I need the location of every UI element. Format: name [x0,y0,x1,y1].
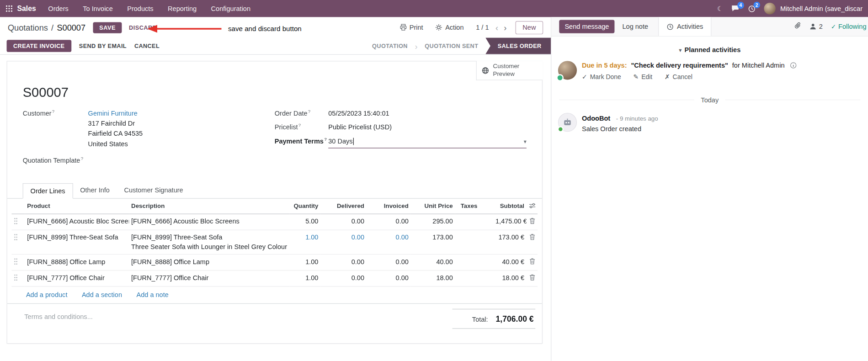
terms-placeholder[interactable]: Terms and conditions... [24,309,92,320]
drag-handle-icon[interactable] [11,214,25,230]
cell-quantity[interactable]: 1.00 [289,254,320,270]
order-date-value[interactable]: 05/25/2023 15:40:01 [328,109,389,118]
cell-taxes[interactable] [455,230,494,254]
x-icon: ✗ [665,72,670,81]
attachment-icon[interactable] [795,21,802,32]
message-timestamp: - 9 minutes ago [616,115,658,122]
payment-terms-input[interactable]: 30 Days ▾ [328,137,527,148]
cell-product[interactable]: [FURN_7777] Office Chair [25,271,129,287]
add-a-section-link[interactable]: Add a section [82,291,122,299]
user-name[interactable]: Mitchell Admin (save_discar [780,5,863,12]
action-button[interactable]: Action [435,23,463,31]
cancel-activity-button[interactable]: ✗Cancel [665,72,692,81]
delete-row-icon[interactable] [527,254,538,270]
cell-invoiced[interactable]: 0.00 [367,254,411,270]
activities-tab[interactable]: Activities [658,17,712,36]
followers-button[interactable]: 2 [809,23,823,31]
menu-configuration[interactable]: Configuration [211,5,250,12]
odoobot-avatar [558,113,577,132]
cell-delivered[interactable]: 0.00 [320,254,367,270]
cell-invoiced[interactable]: 0.00 [367,230,411,254]
cell-delivered[interactable]: 0.00 [320,230,367,254]
cell-invoiced[interactable]: 0.00 [367,271,411,287]
cell-description[interactable]: [FURN_7777] Office Chair [129,271,289,287]
send-message-button[interactable]: Send message [559,20,614,33]
drag-handle-icon[interactable] [11,254,25,270]
cancel-button[interactable]: CANCEL [134,42,160,49]
stage-sales-order[interactable]: SALES ORDER [485,37,551,54]
dropdown-caret-icon[interactable]: ▾ [524,138,527,145]
cell-description[interactable]: [FURN_8888] Office Lamp [129,254,289,270]
cell-delivered[interactable]: 0.00 [320,214,367,230]
mark-done-button[interactable]: ✓Mark Done [582,72,621,81]
discard-button[interactable]: DISCARD [129,24,157,31]
pager-prev-icon[interactable]: ‹ [495,23,498,32]
add-a-product-link[interactable]: Add a product [26,291,67,299]
menu-to-invoice[interactable]: To Invoice [83,5,112,12]
optional-columns-icon[interactable] [527,199,538,214]
activity-item: Due in 5 days: "Check delivery requireme… [558,61,860,81]
cell-quantity[interactable]: 1.00 [289,230,320,254]
cell-unit-price[interactable]: 18.00 [411,271,455,287]
moon-icon[interactable]: ☾ [717,5,723,12]
activities-clock-icon[interactable]: 2 [748,5,756,12]
create-invoice-button[interactable]: CREATE INVOICE [7,40,71,52]
field-grid: Customer? Gemini Furniture 317 Fairchild… [23,109,527,170]
cell-taxes[interactable] [455,254,494,270]
notebook-tabs: Order Lines Other Info Customer Signatur… [7,183,542,199]
cell-quantity[interactable]: 1.00 [289,271,320,287]
info-icon[interactable] [790,62,797,69]
menu-reporting[interactable]: Reporting [168,5,197,12]
save-button[interactable]: SAVE [93,22,122,33]
customer-preview-button[interactable]: Customer Preview [476,61,543,80]
pricelist-value[interactable]: Public Pricelist (USD) [328,123,392,132]
edit-activity-button[interactable]: ✎Edit [633,72,652,81]
date-divider: Today [559,96,860,104]
stage-quotation[interactable]: QUOTATION [365,37,415,54]
cell-invoiced[interactable]: 0.00 [367,214,411,230]
payment-terms-field: Payment Terms? 30 Days ▾ [275,137,527,148]
user-avatar[interactable] [764,3,776,14]
messages-icon[interactable]: 4 [731,5,740,12]
delete-row-icon[interactable] [527,214,538,230]
cell-quantity[interactable]: 5.00 [289,214,320,230]
pager-counter[interactable]: 1 / 1 [476,23,489,31]
col-quantity: Quantity [289,199,320,214]
cell-unit-price[interactable]: 40.00 [411,254,455,270]
cell-product[interactable]: [FURN_8999] Three-Seat Sofa [25,230,129,254]
following-button[interactable]: ✓ Following [831,23,866,31]
delete-row-icon[interactable] [527,230,538,254]
cell-product[interactable]: [FURN_6666] Acoustic Bloc Screens [25,214,129,230]
apps-grid-icon[interactable] [5,5,13,12]
app-name[interactable]: Sales [17,5,36,13]
drag-handle-icon[interactable] [11,271,25,287]
cell-taxes[interactable] [455,214,494,230]
quotation-template-field[interactable]: Quotation Template? [23,156,275,165]
delete-row-icon[interactable] [527,271,538,287]
cell-unit-price[interactable]: 295.00 [411,214,455,230]
breadcrumb-quotations[interactable]: Quotations [8,23,48,32]
tab-customer-signature[interactable]: Customer Signature [117,183,191,198]
pager-next-icon[interactable]: › [504,23,506,32]
menu-orders[interactable]: Orders [48,5,68,12]
tab-order-lines[interactable]: Order Lines [23,183,73,199]
cell-description[interactable]: [FURN_8999] Three-Seat Sofa Three Seater… [129,230,289,254]
stage-quotation-sent[interactable]: QUOTATION SENT [418,37,485,54]
customer-link[interactable]: Gemini Furniture [88,110,138,117]
cell-unit-price[interactable]: 173.00 [411,230,455,254]
new-button[interactable]: New [516,21,543,34]
planned-activities-header[interactable]: ▾Planned activities [551,46,868,54]
cell-product[interactable]: [FURN_8888] Office Lamp [25,254,129,270]
header-buttons: CREATE INVOICE SEND BY EMAIL CANCEL [0,37,160,54]
menu-products[interactable]: Products [127,5,153,12]
send-by-email-button[interactable]: SEND BY EMAIL [79,42,127,49]
print-button[interactable]: Print [399,23,423,31]
tab-other-info[interactable]: Other Info [73,183,117,198]
cell-description[interactable]: [FURN_6666] Acoustic Bloc Screens [129,214,289,230]
cell-taxes[interactable] [455,271,494,287]
drag-handle-icon[interactable] [11,230,25,254]
cell-delivered[interactable]: 0.00 [320,271,367,287]
activity-actions: ✓Mark Done ✎Edit ✗Cancel [582,72,796,81]
add-a-note-link[interactable]: Add a note [136,291,168,299]
log-note-button[interactable]: Log note [622,23,648,31]
